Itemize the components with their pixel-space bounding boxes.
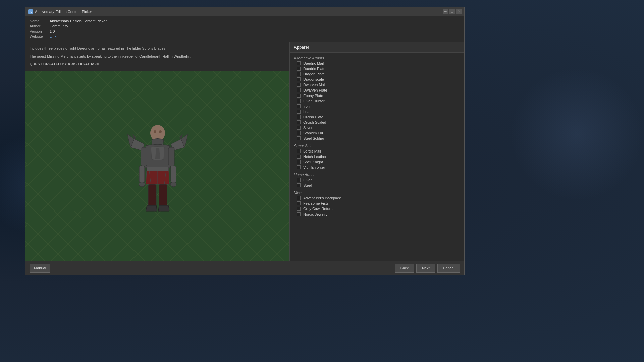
checkbox[interactable] — [297, 72, 301, 76]
list-item[interactable]: Leather — [290, 109, 464, 114]
item-name: Fearsome Fists — [303, 201, 329, 205]
main-window: A Anniversary Edition Content Picker ─ □… — [25, 7, 465, 275]
checkbox[interactable] — [297, 120, 301, 124]
list-item[interactable]: Dwarven Plate — [290, 87, 464, 93]
cancel-button[interactable]: Cancel — [437, 264, 460, 273]
item-name: Orcish Plate — [303, 115, 323, 119]
window-title: Anniversary Edition Content Picker — [35, 10, 443, 14]
checkbox[interactable] — [297, 155, 301, 159]
desc-line3: QUEST CREATED BY KRIS TAKAHASHI — [30, 61, 285, 67]
item-name: Daedric Mail — [303, 61, 324, 65]
checkbox[interactable] — [297, 104, 301, 108]
item-name: Spell Knight — [303, 160, 323, 164]
content-area: Includes three pieces of light Daedric a… — [25, 42, 464, 261]
item-name: Elven — [303, 178, 313, 182]
item-name: Lord's Mail — [303, 149, 321, 153]
svg-point-16 — [159, 130, 162, 133]
author-label: Author — [30, 24, 50, 28]
back-button[interactable]: Back — [395, 264, 414, 273]
version-row: Version 1.0 — [30, 29, 460, 33]
checkbox[interactable] — [297, 61, 301, 65]
list-item[interactable]: Steel Soldier — [290, 136, 464, 141]
list-item[interactable]: Fearsome Fists — [290, 201, 464, 206]
close-button[interactable]: ✕ — [456, 9, 462, 14]
manual-button[interactable]: Manual — [30, 264, 50, 273]
version-label: Version — [30, 29, 50, 33]
category-section: Armor SetsLord's MailNetch LeatherSpell … — [290, 142, 464, 170]
website-row: Website Link — [30, 34, 460, 38]
name-row: Name Anniversary Edition Content Picker — [30, 19, 460, 23]
list-item[interactable]: Stahlrim Fur — [290, 130, 464, 136]
checkbox[interactable] — [297, 178, 301, 182]
list-item[interactable]: Daedric Mail — [290, 61, 464, 66]
checkbox[interactable] — [297, 183, 301, 187]
list-item[interactable]: Elven — [290, 177, 464, 183]
checkbox[interactable] — [297, 110, 301, 114]
version-value: 1.0 — [50, 29, 55, 33]
svg-point-12 — [170, 182, 176, 187]
checkbox[interactable] — [297, 83, 301, 87]
list-item[interactable]: Iron — [290, 104, 464, 109]
list-item[interactable]: Orcish Plate — [290, 114, 464, 120]
checkbox[interactable] — [297, 207, 301, 211]
minimize-button[interactable]: ─ — [443, 9, 448, 14]
list-item[interactable]: Elven Hunter — [290, 98, 464, 104]
list-item[interactable]: Lord's Mail — [290, 148, 464, 154]
maximize-button[interactable]: □ — [449, 9, 455, 14]
website-label: Website — [30, 34, 50, 38]
checkbox[interactable] — [297, 160, 301, 164]
checkbox[interactable] — [297, 99, 301, 103]
list-item[interactable]: Silver — [290, 125, 464, 130]
checkbox[interactable] — [297, 94, 301, 98]
next-button[interactable]: Next — [416, 264, 435, 273]
list-item[interactable]: Orcish Scaled — [290, 120, 464, 125]
item-name: Grey Cowl Returns — [303, 207, 334, 211]
left-panel: Includes three pieces of light Daedric a… — [25, 42, 290, 261]
item-name: Daedric Plate — [303, 67, 325, 71]
checkbox[interactable] — [297, 136, 301, 140]
svg-point-15 — [154, 130, 156, 133]
checkbox[interactable] — [297, 201, 301, 205]
checkbox[interactable] — [297, 131, 301, 135]
item-name: Vigil Enforcer — [303, 165, 325, 169]
name-label: Name — [30, 19, 50, 23]
list-item[interactable]: Dwarven Mail — [290, 82, 464, 87]
svg-rect-10 — [171, 166, 176, 183]
category-section: Alternative ArmorsDaedric MailDaedric Pl… — [290, 55, 464, 141]
right-panel: Apparel Alternative ArmorsDaedric MailDa… — [290, 42, 464, 261]
checkbox[interactable] — [297, 196, 301, 200]
category-section: MiscAdventurer's BackpackFearsome FistsG… — [290, 189, 464, 217]
list-item[interactable]: Daedric Plate — [290, 66, 464, 71]
list-item[interactable]: Dragonscale — [290, 77, 464, 82]
item-name: Dwarven Plate — [303, 88, 327, 92]
svg-rect-8 — [168, 147, 174, 166]
item-name: Elven Hunter — [303, 99, 325, 103]
list-item[interactable]: Adventurer's Backpack — [290, 195, 464, 201]
list-item[interactable]: Grey Cowl Returns — [290, 206, 464, 212]
list-item[interactable]: Spell Knight — [290, 159, 464, 165]
author-value: Community — [50, 24, 68, 28]
list-item[interactable]: Ebony Plate — [290, 93, 464, 98]
list-item[interactable]: Dragon Plate — [290, 71, 464, 77]
name-value: Anniversary Edition Content Picker — [50, 19, 107, 23]
checkbox[interactable] — [297, 115, 301, 119]
list-item[interactable]: Netch Leather — [290, 154, 464, 159]
checkbox[interactable] — [297, 149, 301, 153]
bottom-bar: Manual Back Next Cancel — [25, 261, 464, 275]
item-name: Steel Soldier — [303, 136, 324, 140]
item-name: Ebony Plate — [303, 94, 323, 98]
list-item[interactable]: Steel — [290, 183, 464, 188]
checkbox[interactable] — [297, 77, 301, 81]
checkbox[interactable] — [297, 165, 301, 169]
item-name: Dragonscale — [303, 77, 324, 81]
item-name: Stahlrim Fur — [303, 131, 323, 135]
checkbox[interactable] — [297, 126, 301, 130]
checkbox[interactable] — [297, 212, 301, 216]
checkbox[interactable] — [297, 67, 301, 71]
website-link[interactable]: Link — [50, 34, 56, 38]
item-name: Netch Leather — [303, 155, 326, 159]
list-item[interactable]: Vigil Enforcer — [290, 165, 464, 170]
checkbox[interactable] — [297, 88, 301, 92]
list-item[interactable]: Nordic Jewelry — [290, 212, 464, 217]
item-name: Orcish Scaled — [303, 120, 326, 124]
